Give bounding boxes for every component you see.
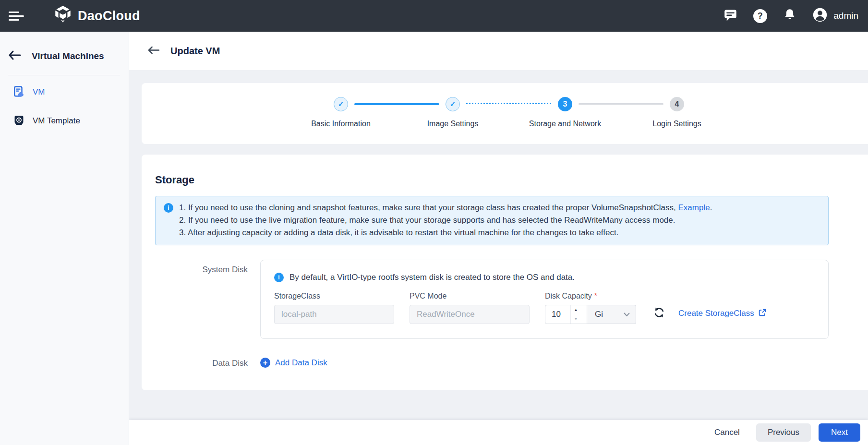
storageclass-field: StorageClass [274, 292, 394, 324]
step-1-circle[interactable]: ✓ [334, 97, 348, 111]
wizard-footer: Cancel Previous Next [129, 420, 868, 445]
capacity-unit-select[interactable]: Gi [587, 305, 636, 324]
sidebar-item-label: VM [33, 87, 45, 97]
refresh-button[interactable] [652, 307, 666, 320]
example-link[interactable]: Example [678, 203, 710, 212]
step-2-circle[interactable]: ✓ [446, 97, 460, 111]
pvc-mode-input [410, 305, 530, 324]
menu-toggle-icon[interactable] [9, 9, 25, 23]
sidebar-item-vm[interactable]: VM [0, 80, 129, 104]
sidebar-item-vm-template[interactable]: VM Template [0, 109, 129, 133]
cancel-button[interactable]: Cancel [706, 423, 748, 442]
step-number: 3 [563, 100, 567, 108]
sidebar: Virtual Machines VM VM Template [0, 32, 129, 445]
step-connector [579, 103, 663, 105]
system-disk-panel: i By default, a VirtIO-type rootfs syste… [260, 260, 829, 339]
daocloud-logo-icon [53, 5, 73, 27]
external-link-icon [758, 308, 767, 319]
spinner-up-icon[interactable]: ▲ [571, 305, 581, 314]
disk-capacity-label: Disk Capacity* [545, 292, 636, 301]
help-button[interactable]: ? [752, 8, 768, 24]
pvc-mode-label: PVC Mode [410, 292, 530, 301]
number-spinner: ▲ ▼ [570, 305, 581, 324]
refresh-icon [653, 306, 665, 321]
step-2-label: Image Settings [400, 120, 506, 128]
sidebar-item-label: VM Template [33, 116, 80, 126]
create-storageclass-text[interactable]: Create StorageClass [678, 309, 754, 318]
create-storageclass-link[interactable]: Create StorageClass [678, 308, 767, 319]
user-menu[interactable]: admin [812, 7, 858, 25]
previous-button[interactable]: Previous [756, 423, 811, 442]
info-icon: i [274, 273, 284, 282]
notice-line-1: 1. If you need to use the cloning and sn… [179, 202, 712, 214]
page-header: Update VM [129, 32, 868, 70]
vm-icon [13, 85, 25, 99]
step-4-circle[interactable]: 4 [670, 97, 684, 111]
storage-notice: i 1. If you need to use the cloning and … [155, 196, 829, 245]
notice-line-3: 3. After adjusting capacity or adding a … [179, 227, 712, 239]
add-data-disk-text: Add Data Disk [275, 358, 327, 368]
divider [8, 75, 120, 75]
brand-name: DaoCloud [78, 9, 140, 24]
topbar-actions: ? admin [723, 7, 858, 25]
check-icon: ✓ [450, 100, 456, 108]
chat-icon [723, 8, 738, 24]
step-connector [354, 103, 439, 105]
user-name: admin [833, 11, 858, 21]
vm-template-icon [13, 114, 25, 128]
storage-section: Storage i 1. If you need to use the clon… [142, 155, 868, 390]
system-disk-info-text: By default, a VirtIO-type rootfs system … [289, 273, 575, 282]
step-3-label: Storage and Network [512, 120, 618, 128]
notice-line-2: 2. If you need to use the live migration… [179, 214, 712, 227]
next-button[interactable]: Next [819, 423, 860, 442]
topbar: DaoCloud ? [0, 0, 868, 32]
disk-capacity-input[interactable] [545, 305, 570, 324]
page-title: Update VM [170, 46, 220, 57]
avatar [812, 7, 828, 25]
sidebar-title: Virtual Machines [32, 51, 104, 61]
notifications-button[interactable] [782, 8, 797, 24]
plus-circle-icon: + [260, 358, 270, 368]
step-4-label: Login Settings [624, 120, 730, 128]
chevron-down-icon [624, 310, 630, 319]
brand[interactable]: DaoCloud [53, 5, 140, 27]
step-number: 4 [675, 100, 679, 108]
system-disk-label: System Disk [155, 260, 260, 339]
step-connector [466, 103, 551, 104]
bell-icon [783, 8, 797, 24]
storageclass-input [274, 305, 394, 324]
section-title: Storage [155, 174, 829, 186]
data-disk-label: Data Disk [155, 353, 260, 368]
spinner-down-icon[interactable]: ▼ [571, 314, 581, 324]
check-icon: ✓ [338, 100, 344, 108]
step-3-circle[interactable]: 3 [558, 97, 572, 111]
sidebar-back-button[interactable] [8, 50, 21, 62]
pvc-mode-field: PVC Mode [410, 292, 530, 324]
step-1-label: Basic Information [288, 120, 394, 128]
messages-button[interactable] [723, 8, 738, 24]
required-asterisk: * [594, 292, 597, 300]
page-back-button[interactable] [147, 45, 160, 57]
add-data-disk-button[interactable]: + Add Data Disk [260, 353, 327, 368]
wizard-stepper: ✓ ✓ 3 4 Basic Information Image Settings… [142, 83, 868, 144]
capacity-unit-value: Gi [595, 310, 603, 319]
disk-capacity-field: Disk Capacity* ▲ ▼ [545, 292, 636, 324]
info-icon: i [164, 203, 173, 213]
storageclass-label: StorageClass [274, 292, 394, 301]
help-icon: ? [753, 9, 767, 23]
